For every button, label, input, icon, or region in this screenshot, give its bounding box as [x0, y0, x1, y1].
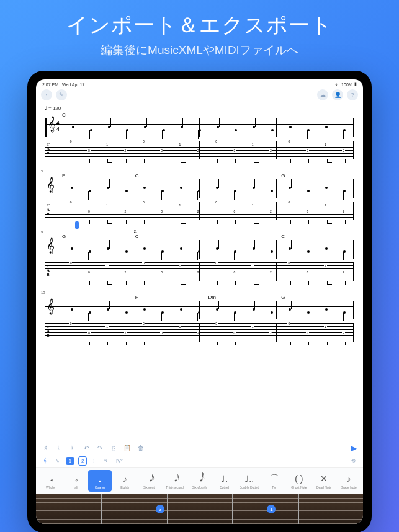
note[interactable] [325, 308, 328, 311]
note[interactable] [325, 126, 328, 128]
note[interactable] [253, 308, 255, 311]
note[interactable] [216, 308, 218, 311]
note[interactable] [217, 126, 219, 128]
note[interactable] [253, 187, 255, 189]
chord-symbol[interactable] [135, 112, 208, 118]
note[interactable] [325, 187, 328, 189]
duration-grace-note[interactable]: ♪Grace Note [337, 470, 361, 492]
note[interactable] [271, 190, 273, 192]
tablature[interactable]: TAB0012001200120012 [45, 141, 354, 159]
note[interactable] [289, 126, 292, 128]
note[interactable] [71, 187, 73, 189]
chord-button[interactable]: IVº [114, 457, 125, 465]
duration-tie[interactable]: ⌒Tie [262, 470, 286, 492]
fret-marker[interactable]: 1 [267, 505, 276, 513]
note[interactable] [108, 126, 110, 128]
tablature[interactable]: TAB0012001200120012 [45, 323, 354, 342]
tablature[interactable]: TAB0012001200120012 [45, 262, 354, 281]
repeat-button[interactable]: ⟲ [349, 457, 358, 465]
note[interactable] [125, 190, 128, 192]
duration-eighth[interactable]: ♪Eighth [113, 470, 137, 492]
duration-whole[interactable]: 𝅝Whole [38, 470, 62, 492]
note[interactable] [198, 190, 200, 192]
note[interactable] [307, 311, 310, 314]
chord-symbol[interactable]: C [281, 234, 354, 240]
note[interactable] [325, 247, 328, 250]
voice-2-button[interactable]: 2 [78, 456, 87, 466]
chord-symbol[interactable]: C [135, 234, 208, 240]
duration-dotted[interactable]: ♩.Dotted [213, 470, 236, 492]
voice-1-button[interactable]: 1 [66, 457, 74, 465]
note[interactable] [143, 308, 146, 311]
note[interactable] [180, 308, 182, 311]
note[interactable] [180, 247, 182, 250]
note[interactable] [72, 126, 74, 128]
note[interactable] [143, 187, 146, 189]
note[interactable] [253, 247, 255, 250]
flat-button[interactable]: ♭ [55, 444, 63, 453]
chord-symbol[interactable] [62, 295, 135, 301]
duration-ghost-note[interactable]: ( )Ghost Note [287, 470, 311, 492]
note[interactable] [89, 311, 91, 314]
note[interactable] [216, 247, 218, 250]
undo-button[interactable]: ↶ [82, 444, 91, 453]
delete-button[interactable]: 🗑 [137, 444, 145, 453]
chord-symbol[interactable]: F [135, 295, 208, 301]
cloud-button[interactable]: ☁ [317, 89, 328, 100]
note[interactable] [161, 190, 164, 192]
note[interactable] [343, 190, 346, 192]
chord-symbol[interactable] [208, 234, 282, 240]
note[interactable] [234, 250, 236, 253]
play-button[interactable]: ▶ [349, 444, 358, 453]
effect-button[interactable]: ∿ [53, 457, 62, 465]
note[interactable] [343, 311, 346, 314]
staff[interactable]: 𝄞44 [45, 118, 354, 137]
note[interactable] [199, 129, 201, 131]
duration-quarter[interactable]: ♩Quarter [88, 470, 112, 492]
note[interactable] [144, 126, 146, 128]
duration-sixtyfourth[interactable]: 𝅘𝅥𝅱Sixtyfourth [187, 470, 211, 492]
note[interactable] [126, 129, 128, 131]
note[interactable] [71, 308, 73, 311]
chord-symbol[interactable]: C [62, 112, 135, 118]
note[interactable] [216, 187, 218, 189]
note[interactable] [107, 247, 109, 250]
duration-dead-note[interactable]: ✕Dead Note [312, 470, 336, 492]
paste-button[interactable]: 📋 [123, 444, 132, 453]
staff[interactable]: 𝄞 [45, 240, 354, 259]
note[interactable] [289, 308, 291, 311]
note[interactable] [289, 247, 291, 250]
note[interactable] [235, 129, 237, 131]
note[interactable] [271, 129, 274, 131]
note[interactable] [107, 187, 109, 189]
duration-double-dotted[interactable]: ♩..Double Dotted [238, 470, 261, 492]
note[interactable] [234, 311, 236, 314]
note[interactable] [181, 126, 183, 128]
note[interactable] [125, 250, 128, 253]
note[interactable] [163, 129, 165, 131]
natural-button[interactable]: ♮ [68, 444, 77, 453]
note[interactable] [307, 129, 310, 131]
fret-marker[interactable]: 3 [156, 505, 164, 513]
edit-button[interactable]: ✎ [56, 89, 67, 100]
note[interactable] [307, 250, 310, 253]
note[interactable] [343, 250, 346, 253]
note[interactable] [89, 190, 91, 192]
duration-sixteenth[interactable]: 𝅘𝅥𝅯Sixteenth [138, 470, 161, 492]
note[interactable] [125, 311, 128, 314]
note[interactable] [107, 308, 109, 311]
note[interactable] [89, 250, 91, 253]
copy-button[interactable]: ⎘ [109, 444, 118, 453]
note[interactable] [289, 187, 291, 189]
note[interactable] [271, 250, 273, 253]
duration-half[interactable]: 𝅗𝅥Half [63, 470, 87, 492]
tablature[interactable]: TAB0012001200120012 [45, 202, 354, 220]
note[interactable] [198, 250, 200, 253]
share-button[interactable]: 👤 [332, 89, 343, 100]
note[interactable] [343, 129, 346, 131]
redo-button[interactable]: ↷ [96, 444, 104, 453]
chord-symbol[interactable] [208, 112, 282, 118]
duration-thirtysecond[interactable]: 𝅘𝅥𝅰Thirtysecond [163, 470, 186, 492]
staff[interactable]: 𝄞 [45, 179, 354, 198]
help-button[interactable]: ? [347, 89, 358, 100]
